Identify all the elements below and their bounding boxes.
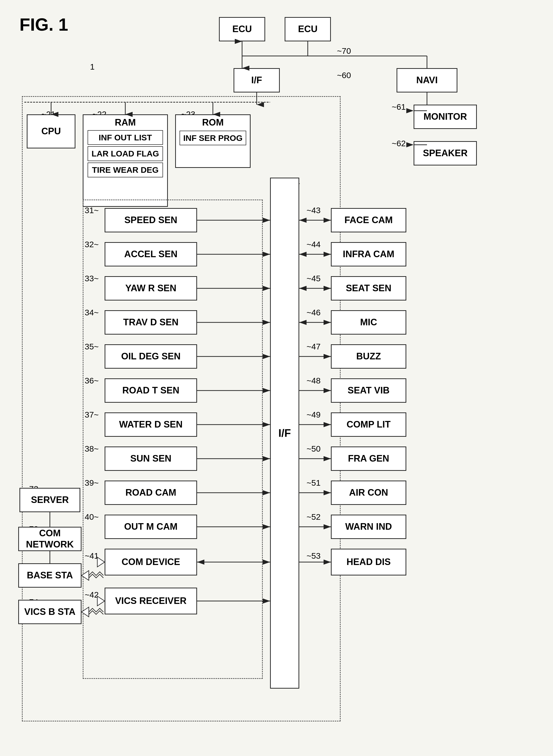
ref-44: ~44 bbox=[307, 240, 321, 249]
ref-40: 40~ bbox=[85, 512, 99, 522]
ref-62: ~62 bbox=[392, 139, 406, 148]
mic-box: MIC bbox=[331, 310, 406, 334]
seat-vib-box: SEAT VIB bbox=[331, 378, 406, 403]
ref-41: ~41 bbox=[85, 551, 99, 560]
ref-35: 35~ bbox=[85, 342, 99, 351]
ref-47: ~47 bbox=[307, 342, 321, 351]
ram-label: RAM bbox=[115, 117, 136, 128]
ref-53: ~53 bbox=[307, 551, 321, 560]
water-d-sen-box: WATER D SEN bbox=[105, 412, 197, 437]
air-con-box: AIR CON bbox=[331, 480, 406, 505]
oil-deg-sen-box: OIL DEG SEN bbox=[105, 344, 197, 369]
ref-48: ~48 bbox=[307, 376, 321, 385]
ref-46: ~46 bbox=[307, 308, 321, 317]
monitor-box: MONITOR bbox=[414, 105, 477, 129]
ref-49: ~49 bbox=[307, 410, 321, 420]
ref-1: 1 bbox=[90, 62, 95, 72]
if-mid-box: I/F bbox=[270, 178, 299, 689]
head-dis-box: HEAD DIS bbox=[331, 549, 406, 576]
ref-34: 34~ bbox=[85, 308, 99, 317]
ecu1-box: ECU bbox=[219, 17, 265, 42]
ref-60: ~60 bbox=[337, 71, 351, 80]
warn-ind-box: WARN IND bbox=[331, 515, 406, 539]
ref-51: ~51 bbox=[307, 478, 321, 487]
ram-box: RAM INF OUT LIST LAR LOAD FLAG TIRE WEAR… bbox=[83, 115, 168, 207]
navi-box: NAVI bbox=[397, 68, 457, 92]
server-box: SERVER bbox=[19, 488, 80, 512]
fra-gen-box: FRA GEN bbox=[331, 447, 406, 471]
vics-receiver-box: VICS RECEIVER bbox=[105, 588, 197, 614]
sun-sen-box: SUN SEN bbox=[105, 447, 197, 471]
buzz-box: BUZZ bbox=[331, 344, 406, 369]
ref-32: 32~ bbox=[85, 240, 99, 249]
trav-d-sen-box: TRAV D SEN bbox=[105, 310, 197, 334]
com-device-box: COM DEVICE bbox=[105, 549, 197, 576]
out-m-cam-box: OUT M CAM bbox=[105, 515, 197, 539]
yaw-r-sen-box: YAW R SEN bbox=[105, 276, 197, 301]
ref-39: 39~ bbox=[85, 478, 99, 487]
lar-load-flag-box: LAR LOAD FLAG bbox=[88, 146, 163, 161]
ref-50: ~50 bbox=[307, 444, 321, 454]
vics-b-sta-box: VICS B STA bbox=[18, 600, 81, 624]
inf-out-list-box: INF OUT LIST bbox=[88, 130, 163, 145]
road-cam-box: ROAD CAM bbox=[105, 480, 197, 505]
ref-52: ~52 bbox=[307, 512, 321, 522]
ref-70: ~70 bbox=[337, 46, 351, 56]
ref-33: 33~ bbox=[85, 274, 99, 283]
ref-38: 38~ bbox=[85, 444, 99, 454]
accel-sen-box: ACCEL SEN bbox=[105, 242, 197, 267]
if-top-box: I/F bbox=[234, 68, 280, 92]
inf-ser-prog-box: INF SER PROG bbox=[179, 131, 246, 146]
rom-label: ROM bbox=[202, 117, 224, 128]
ref-45: ~45 bbox=[307, 274, 321, 283]
ref-42: ~42 bbox=[85, 590, 99, 600]
rom-box: ROM INF SER PROG bbox=[175, 115, 251, 168]
face-cam-box: FACE CAM bbox=[331, 208, 406, 232]
base-sta-box: BASE STA bbox=[18, 563, 81, 588]
ref-37: 37~ bbox=[85, 410, 99, 420]
seat-sen-box: SEAT SEN bbox=[331, 276, 406, 301]
ecu2-box: ECU bbox=[285, 17, 331, 42]
figure-title: FIG. 1 bbox=[19, 15, 68, 34]
speed-sen-box: SPEED SEN bbox=[105, 208, 197, 232]
road-t-sen-box: ROAD T SEN bbox=[105, 378, 197, 403]
speaker-box: SPEAKER bbox=[414, 141, 477, 165]
tire-wear-deg-box: TIRE WEAR DEG bbox=[88, 162, 163, 177]
ref-36: 36~ bbox=[85, 376, 99, 385]
ref-61: ~61 bbox=[392, 102, 406, 112]
infra-cam-box: INFRA CAM bbox=[331, 242, 406, 267]
ref-43: ~43 bbox=[307, 206, 321, 215]
com-network-box: COM NETWORK bbox=[18, 527, 81, 551]
ref-31: 31~ bbox=[85, 206, 99, 215]
comp-lit-box: COMP LIT bbox=[331, 412, 406, 437]
cpu-box: CPU bbox=[27, 115, 75, 148]
